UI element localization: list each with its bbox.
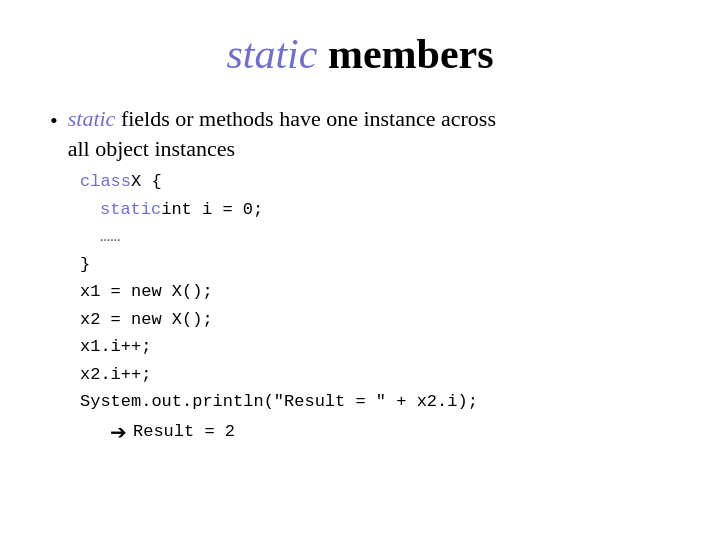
code-x1-new: x1 = new X(); [80, 279, 213, 305]
result-text: Result = 2 [133, 419, 235, 445]
bullet-static-keyword: static [68, 106, 116, 131]
code-x2-new: x2 = new X(); [80, 307, 213, 333]
slide: static members • static fields or method… [0, 0, 720, 540]
code-line-7: x1.i++; [80, 334, 670, 360]
bullet-line1: static fields or methods have one instan… [68, 104, 496, 134]
bullet-line1-text: fields or methods have one instance acro… [115, 106, 496, 131]
code-x1-inc: x1.i++; [80, 334, 151, 360]
code-line-3: …… [100, 224, 670, 250]
code-class-rest: X { [131, 169, 162, 195]
code-x2-inc: x2.i++; [80, 362, 151, 388]
title-static-word: static [226, 31, 317, 77]
code-int-rest: int i = 0; [161, 197, 263, 223]
bullet-section: • static fields or methods have one inst… [50, 104, 670, 447]
code-block: class X { static int i = 0; …… } x1 = ne… [80, 169, 670, 447]
code-line-8: x2.i++; [80, 362, 670, 388]
arrow-icon: ➔ [110, 417, 127, 447]
bullet-line2: all object instances [68, 134, 496, 164]
code-static-keyword: static [100, 197, 161, 223]
bullet-text-block: • static fields or methods have one inst… [50, 104, 670, 163]
code-ellipsis: …… [100, 224, 120, 250]
code-result-line: ➔ Result = 2 [110, 417, 670, 447]
code-close-brace: } [80, 252, 90, 278]
code-line-1: class X { [80, 169, 670, 195]
code-line-5: x1 = new X(); [80, 279, 670, 305]
code-line-4: } [80, 252, 670, 278]
bullet-content: static fields or methods have one instan… [68, 104, 496, 163]
title-members-word: members [317, 31, 493, 77]
bullet-dot: • [50, 106, 58, 136]
code-line-6: x2 = new X(); [80, 307, 670, 333]
code-line-2: static int i = 0; [100, 197, 670, 223]
code-class-keyword: class [80, 169, 131, 195]
code-line-9: System.out.println("Result = " + x2.i); [80, 389, 670, 415]
code-println: System.out.println("Result = " + x2.i); [80, 389, 478, 415]
slide-title: static members [50, 30, 670, 78]
